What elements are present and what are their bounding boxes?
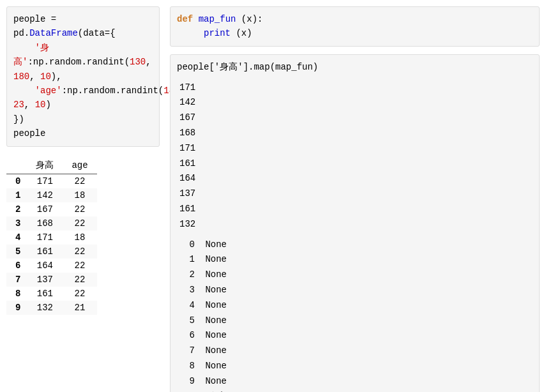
output-block: people['身高'].map(map_fun) 17114216716817… bbox=[170, 54, 540, 392]
height-value: 171 bbox=[177, 80, 533, 96]
none-value: None bbox=[200, 285, 227, 295]
none-row-index: 4 bbox=[177, 298, 195, 313]
print-line: print (x) bbox=[177, 26, 533, 40]
table-row: 8 161 22 bbox=[6, 287, 97, 301]
none-row: 2 None bbox=[177, 268, 533, 283]
table-row: 4 171 18 bbox=[6, 230, 97, 245]
code-line-2: '身高':np.random.randint(130, 180, 10), bbox=[13, 41, 153, 84]
height-value: 161 bbox=[177, 156, 533, 172]
none-row: 9 None bbox=[177, 374, 533, 389]
row-index: 6 bbox=[6, 259, 27, 273]
code-line-4: }) bbox=[13, 112, 153, 126]
code-line-3: 'age':np.random.randint(18, 23, 10) bbox=[13, 84, 153, 112]
cell-height: 132 bbox=[27, 301, 63, 315]
cell-height: 142 bbox=[27, 188, 63, 202]
cell-height: 168 bbox=[27, 216, 63, 230]
table-row: 6 164 22 bbox=[6, 259, 97, 273]
none-value: None bbox=[200, 361, 227, 371]
none-row: 8 None bbox=[177, 359, 533, 374]
col-header-index bbox=[6, 157, 27, 174]
dataframe-table: 身高 age 0 171 22 1 142 18 2 167 22 3 168 … bbox=[6, 157, 97, 315]
cell-height: 171 bbox=[27, 230, 63, 245]
height-values-block: 171142167168171161164137161132 bbox=[177, 80, 533, 232]
cell-age: 21 bbox=[63, 301, 96, 315]
cell-age: 22 bbox=[63, 216, 96, 230]
none-row: 6 None bbox=[177, 328, 533, 343]
cell-age: 22 bbox=[63, 174, 96, 188]
none-row: 5 None bbox=[177, 313, 533, 329]
left-panel: people = pd.DataFrame(data={ '身高':np.ran… bbox=[6, 6, 160, 392]
height-value: 167 bbox=[177, 110, 533, 126]
none-value: None bbox=[200, 300, 227, 310]
none-row-index: 5 bbox=[177, 313, 195, 329]
map-call-line: people['身高'].map(map_fun) bbox=[177, 60, 533, 75]
cell-height: 171 bbox=[27, 174, 63, 188]
height-value: 168 bbox=[177, 126, 533, 141]
height-value: 161 bbox=[177, 202, 533, 217]
none-row-index: 6 bbox=[177, 328, 195, 343]
none-row-index: 1 bbox=[177, 252, 195, 268]
cell-age: 22 bbox=[63, 273, 96, 287]
none-value: None bbox=[200, 330, 227, 340]
none-value: None bbox=[200, 345, 227, 356]
none-value: None bbox=[200, 254, 227, 264]
none-row-index: 2 bbox=[177, 268, 195, 283]
height-value: 137 bbox=[177, 186, 533, 202]
cell-age: 22 bbox=[63, 202, 96, 216]
none-row-index: 9 bbox=[177, 374, 195, 389]
cell-age: 18 bbox=[63, 188, 96, 202]
table-header-row: 身高 age bbox=[6, 157, 97, 174]
row-index: 0 bbox=[6, 174, 27, 188]
none-rows-block: 0 None1 None2 None3 None4 None5 None6 No… bbox=[177, 237, 533, 389]
row-index: 4 bbox=[6, 230, 27, 245]
cell-age: 18 bbox=[63, 230, 96, 245]
none-row-index: 3 bbox=[177, 283, 195, 298]
table-row: 0 171 22 bbox=[6, 174, 97, 188]
table-row: 3 168 22 bbox=[6, 216, 97, 230]
name-dtype-line: Name: 身高, dtype: object bbox=[177, 389, 533, 392]
row-index: 1 bbox=[6, 188, 27, 202]
none-value: None bbox=[200, 376, 227, 386]
none-row-index: 8 bbox=[177, 359, 195, 374]
row-index: 3 bbox=[6, 216, 27, 230]
row-index: 9 bbox=[6, 301, 27, 315]
table-row: 7 137 22 bbox=[6, 273, 97, 287]
height-value: 171 bbox=[177, 141, 533, 156]
cell-height: 161 bbox=[27, 287, 63, 301]
row-index: 5 bbox=[6, 245, 27, 259]
cell-height: 164 bbox=[27, 259, 63, 273]
none-value: None bbox=[200, 269, 227, 280]
code-line-1: people = pd.DataFrame(data={ bbox=[13, 12, 153, 41]
cell-age: 22 bbox=[63, 245, 96, 259]
cell-height: 167 bbox=[27, 202, 63, 216]
cell-age: 22 bbox=[63, 259, 96, 273]
none-row: 1 None bbox=[177, 252, 533, 268]
right-panel: def map_fun (x): print (x) people['身高'].… bbox=[170, 6, 540, 392]
row-index: 2 bbox=[6, 202, 27, 216]
table-row: 2 167 22 bbox=[6, 202, 97, 216]
height-value: 132 bbox=[177, 217, 533, 232]
table-row: 1 142 18 bbox=[6, 188, 97, 202]
height-value: 164 bbox=[177, 171, 533, 186]
cell-age: 22 bbox=[63, 287, 96, 301]
table-row: 9 132 21 bbox=[6, 301, 97, 315]
none-value: None bbox=[200, 239, 227, 250]
none-row: 0 None bbox=[177, 237, 533, 253]
none-row: 4 None bbox=[177, 298, 533, 313]
none-row-index: 0 bbox=[177, 237, 195, 253]
code-block-left: people = pd.DataFrame(data={ '身高':np.ran… bbox=[6, 6, 160, 147]
none-row-index: 7 bbox=[177, 343, 195, 359]
row-index: 7 bbox=[6, 273, 27, 287]
cell-height: 161 bbox=[27, 245, 63, 259]
row-index: 8 bbox=[6, 287, 27, 301]
none-row: 7 None bbox=[177, 343, 533, 359]
none-row: 3 None bbox=[177, 283, 533, 298]
cell-height: 137 bbox=[27, 273, 63, 287]
def-code-block: def map_fun (x): print (x) bbox=[170, 6, 540, 47]
none-value: None bbox=[200, 315, 227, 326]
col-header-age: age bbox=[63, 157, 96, 174]
height-value: 142 bbox=[177, 95, 533, 110]
col-header-height: 身高 bbox=[27, 157, 63, 174]
code-line-5: people bbox=[13, 126, 153, 140]
table-row: 5 161 22 bbox=[6, 245, 97, 259]
